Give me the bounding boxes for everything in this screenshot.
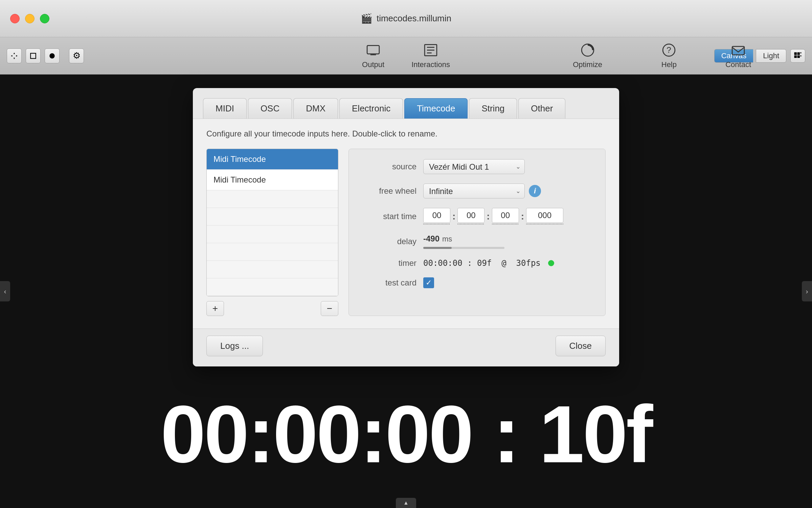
tab-bar: MIDI OSC DMX Electronic Timecode String … [203,98,609,119]
timecode-list: Midi Timecode Midi Timecode [206,149,338,296]
modal-description: Configure all your timecode inputs here.… [206,129,606,139]
list-item-1[interactable]: Midi Timecode [207,170,338,190]
tab-osc[interactable]: OSC [248,98,292,119]
maximize-button[interactable] [40,14,49,23]
list-item-6 [207,261,338,278]
grid-button[interactable] [790,49,805,63]
source-label: source [362,162,416,171]
nav-output[interactable]: Output [362,43,384,69]
crop-tool-button[interactable] [26,48,41,63]
freewheel-control: Infinite1 frame2 frames5 frames i [423,184,541,198]
svg-rect-12 [797,55,800,58]
tc-hh-wrapper [423,208,450,225]
svg-rect-9 [794,52,797,55]
delay-control: -490 ms [423,234,504,249]
tc-ss-wrapper [492,208,519,225]
testcard-control: ✓ [423,277,434,288]
modal-header: MIDI OSC DMX Electronic Timecode String … [193,88,619,119]
list-item-3 [207,208,338,226]
navbar: ⚙ Output Interactions Canvas Light [0,37,812,75]
freewheel-select-wrapper: Infinite1 frame2 frames5 frames [423,184,525,198]
start-time-ff[interactable] [526,208,563,223]
toolbar-right: Canvas Light Optimize ? Help [714,49,805,63]
delay-slider[interactable] [423,247,504,249]
tc-sep-3: : [521,211,524,222]
titlebar: 🎬 timecodes.millumin [0,0,812,37]
svg-rect-14 [800,55,802,56]
delay-unit: ms [442,235,452,244]
minimize-button[interactable] [25,14,35,23]
start-time-row: start time : [362,208,592,225]
freewheel-row: free wheel Infinite1 frame2 frames5 fram… [362,184,592,198]
tab-dmx[interactable]: DMX [293,98,338,119]
add-item-button[interactable]: + [206,301,224,316]
tc-ff-wrapper [526,208,563,225]
tab-other[interactable]: Other [518,98,565,119]
help-button[interactable]: ? Help [661,43,677,69]
start-time-mm[interactable] [457,208,484,223]
record-tool-button[interactable] [45,48,60,63]
tc-sep-1: : [452,211,455,222]
modal-footer: Logs ... Close [193,329,619,366]
timer-status-dot [548,260,554,266]
source-select[interactable]: Vezér Midi Out 1MIDI Input 2 [423,159,525,174]
freewheel-label: free wheel [362,186,416,196]
svg-rect-13 [800,52,802,53]
tab-timecode[interactable]: Timecode [404,98,468,119]
tab-electronic[interactable]: Electronic [339,98,403,119]
file-icon: 🎬 [361,13,373,24]
list-actions: + − [206,301,338,316]
settings-button[interactable]: ⚙ [69,48,84,63]
modal-body: Configure all your timecode inputs here.… [193,119,619,329]
list-item-5 [207,243,338,261]
source-select-wrapper: Vezér Midi Out 1MIDI Input 2 [423,159,525,174]
modal-overlay: MIDI OSC DMX Electronic Timecode String … [0,75,812,508]
start-time-ss[interactable] [492,208,519,223]
svg-rect-10 [797,52,800,55]
close-button[interactable] [10,14,20,23]
move-tool-button[interactable] [7,48,22,63]
settings-panel: source Vezér Midi Out 1MIDI Input 2 free… [348,149,606,316]
start-time-label: start time [362,212,416,221]
svg-rect-0 [30,53,36,58]
nav-interactions[interactable]: Interactions [411,43,450,69]
remove-item-button[interactable]: − [321,301,338,316]
tab-midi[interactable]: MIDI [203,98,247,119]
light-button[interactable]: Light [756,49,786,63]
close-button[interactable]: Close [556,336,606,356]
contact-button[interactable]: Contact [725,43,751,69]
list-item-7 [207,278,338,296]
testcard-label: test card [362,278,416,288]
delay-label: delay [362,237,416,246]
window-title: 🎬 timecodes.millumin [361,13,451,24]
delay-row: delay -490 ms [362,234,592,249]
svg-rect-11 [794,55,797,58]
logs-button[interactable]: Logs ... [206,336,263,356]
svg-rect-2 [367,45,379,54]
delay-value: -490 [423,234,439,244]
list-item-4 [207,226,338,243]
main-area: ‹ › 00:00:00 : 10f ▲ MIDI OSC DMX Electr… [0,75,812,508]
timer-display: 00:00:00 : 09f @ 30fps [423,258,541,268]
svg-point-15 [582,44,594,56]
testcard-row: test card ✓ [362,277,592,288]
svg-rect-18 [732,46,744,55]
list-item-0[interactable]: Midi Timecode [207,149,338,170]
svg-point-1 [49,53,54,58]
delay-slider-fill [423,247,452,249]
start-time-hh[interactable] [423,208,450,223]
timer-label: timer [362,258,416,268]
delay-value-wrapper: -490 ms [423,234,452,244]
timer-control: 00:00:00 : 09f @ 30fps [423,258,554,268]
tc-sep-2: : [487,211,490,222]
optimize-button[interactable]: Optimize [573,43,602,69]
tab-string[interactable]: String [469,98,517,119]
source-control: Vezér Midi Out 1MIDI Input 2 [423,159,525,174]
toolbar-left: ⚙ [7,48,84,63]
traffic-lights [10,14,49,23]
svg-text:?: ? [667,45,671,55]
testcard-checkbox[interactable]: ✓ [423,277,434,288]
tc-mm-wrapper [457,208,484,225]
freewheel-select[interactable]: Infinite1 frame2 frames5 frames [423,184,525,198]
freewheel-info-button[interactable]: i [529,185,541,197]
